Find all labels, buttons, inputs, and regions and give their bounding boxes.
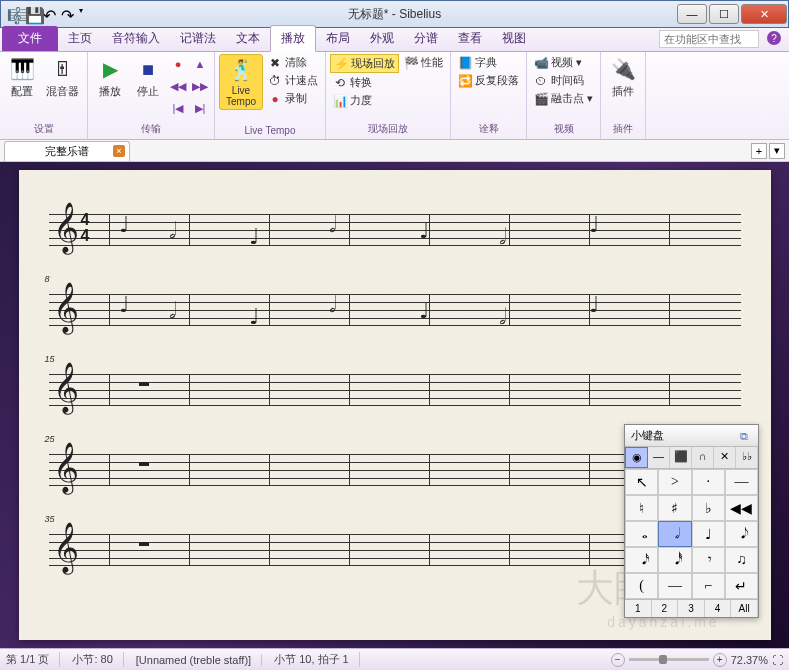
tab-parts[interactable]: 分谱 (404, 26, 448, 51)
keypad-voice[interactable]: 2 (652, 600, 679, 617)
plugins-button[interactable]: 🔌插件 (605, 54, 641, 101)
clear-button[interactable]: ✖清除 (265, 54, 321, 71)
tab-notation[interactable]: 记谱法 (170, 26, 226, 51)
doc-tab[interactable]: 完整乐谱 × (4, 141, 130, 161)
note[interactable]: ♩ (119, 212, 129, 238)
tab-close-icon[interactable]: × (113, 145, 125, 157)
keypad-key[interactable]: ⌐ (692, 573, 725, 599)
note[interactable]: ♩ (589, 212, 599, 238)
note[interactable]: ♩ (419, 218, 429, 244)
keypad-voice[interactable]: 4 (705, 600, 732, 617)
keypad-voice[interactable]: 3 (678, 600, 705, 617)
keypad-tab[interactable]: ⬛ (670, 447, 692, 468)
convert-button[interactable]: ⟲转换 (330, 74, 399, 91)
keypad-key[interactable]: 𝅘𝅥𝅯 (625, 547, 658, 573)
keypad-key[interactable]: ♯ (658, 495, 691, 521)
keypad-voice[interactable]: 1 (625, 600, 652, 617)
keypad-key[interactable]: — (658, 573, 691, 599)
staff[interactable]: 8𝄞♩𝅗𝅥♩𝅗𝅥♩𝅗𝅥♩ (49, 290, 741, 330)
tab-noteinput[interactable]: 音符输入 (102, 26, 170, 51)
zoom-slider[interactable] (629, 658, 709, 661)
note[interactable]: ♩ (249, 304, 259, 330)
hitpoint-button[interactable]: 🎬融击点 ▾ (531, 90, 596, 107)
zoom-in-button[interactable]: + (713, 653, 727, 667)
note[interactable]: ♩ (419, 298, 429, 324)
tab-appearance[interactable]: 外观 (360, 26, 404, 51)
staff[interactable]: 15𝄞 (49, 370, 741, 410)
keypad-key[interactable]: 𝅘𝅥𝅮 (725, 521, 758, 547)
keypad-key[interactable]: ♫ (725, 547, 758, 573)
transport-grid: ● ▲ ◀◀ ▶▶ |◀ ▶| (168, 54, 210, 118)
keypad-key[interactable]: · (692, 469, 725, 495)
tab-review[interactable]: 查看 (448, 26, 492, 51)
tab-view[interactable]: 视图 (492, 26, 536, 51)
skip-back-icon[interactable]: |◀ (168, 98, 188, 118)
treble-clef-icon: 𝄞 (53, 282, 79, 333)
metronome-icon[interactable]: ▲ (190, 54, 210, 74)
keypad-tab[interactable]: ✕ (714, 447, 736, 468)
keypad-key[interactable]: ◀◀ (725, 495, 758, 521)
liveplay-toggle[interactable]: ⚡现场回放 (330, 54, 399, 73)
staff[interactable]: 𝄞44♩𝅗𝅥♩𝅗𝅥♩𝅗𝅥♩ (49, 210, 741, 250)
undo-icon[interactable]: ↶ (43, 6, 59, 22)
keypad-tab[interactable]: ◉ (625, 447, 648, 468)
keypad-key[interactable]: ♭ (692, 495, 725, 521)
stop-button[interactable]: ■停止 (130, 54, 166, 101)
redo-icon[interactable]: ↷ (61, 6, 77, 22)
keypad-key[interactable]: 𝅘𝅥𝅰 (658, 547, 691, 573)
skip-fwd-icon[interactable]: ▶| (190, 98, 210, 118)
tab-home[interactable]: 主页 (58, 26, 102, 51)
keypad-key[interactable]: — (725, 469, 758, 495)
config-icon: 🎹 (9, 56, 35, 82)
keypad-key[interactable]: ↖ (625, 469, 658, 495)
keypad-key[interactable]: ♮ (625, 495, 658, 521)
keypad-tab[interactable]: ∩ (692, 447, 714, 468)
keypad-tab[interactable]: — (648, 447, 670, 468)
qat-dropdown-icon[interactable]: ▾ (79, 6, 95, 22)
dictionary-button[interactable]: 📘字典 (455, 54, 522, 71)
note[interactable]: ♩ (119, 292, 129, 318)
note[interactable]: ♩ (249, 224, 259, 250)
keypad-key[interactable]: ↵ (725, 573, 758, 599)
keypad-key[interactable]: > (658, 469, 691, 495)
timecode-button[interactable]: ⏲时间码 (531, 72, 596, 89)
keypad-tab[interactable]: ♭♭ (736, 447, 758, 468)
tab-play[interactable]: 播放 (270, 25, 316, 52)
help-icon[interactable]: ? (767, 31, 781, 45)
performance-button[interactable]: 🏁性能 (401, 54, 446, 71)
close-button[interactable]: ✕ (741, 4, 787, 24)
keypad-key[interactable]: 𝅗𝅥 (658, 521, 691, 547)
keypad-title[interactable]: 小键盘 ⧉ (625, 425, 758, 447)
record-button[interactable]: ●录制 (265, 90, 321, 107)
keypad-key[interactable]: ( (625, 573, 658, 599)
velocity-button[interactable]: 📊力度 (330, 92, 399, 109)
video-button[interactable]: 📹视频 ▾ (531, 54, 596, 71)
tab-layout[interactable]: 布局 (316, 26, 360, 51)
keypad-key[interactable]: ♩ (692, 521, 725, 547)
keypad-pin-icon[interactable]: ⧉ (740, 430, 752, 442)
mixer-button[interactable]: 🎚混音器 (42, 54, 83, 101)
tab-file[interactable]: 文件 (2, 26, 58, 51)
ribbon-search-input[interactable] (659, 30, 759, 48)
keypad-voice[interactable]: All (731, 600, 758, 617)
note[interactable]: ♩ (589, 292, 599, 318)
keypad-key[interactable]: 𝄾 (692, 547, 725, 573)
maximize-button[interactable]: ☐ (709, 4, 739, 24)
record-icon[interactable]: ● (168, 54, 188, 74)
minimize-button[interactable]: — (677, 4, 707, 24)
tap-button[interactable]: ⏱计速点 (265, 72, 321, 89)
tab-text[interactable]: 文本 (226, 26, 270, 51)
config-button[interactable]: 🎹配置 (4, 54, 40, 101)
add-tab-button[interactable]: + (751, 143, 767, 159)
zoom-out-button[interactable]: − (611, 653, 625, 667)
zoom-fit-icon[interactable]: ⛶ (772, 654, 783, 666)
keypad-key[interactable]: 𝅝 (625, 521, 658, 547)
live-tempo-button[interactable]: 🕺Live Tempo (219, 54, 263, 110)
tab-options-button[interactable]: ▾ (769, 143, 785, 159)
forward-icon[interactable]: ▶▶ (190, 76, 210, 96)
rewind-icon[interactable]: ◀◀ (168, 76, 188, 96)
play-button[interactable]: ▶播放 (92, 54, 128, 101)
save-icon[interactable]: 💾 (25, 6, 41, 22)
workspace: 𝄞44♩𝅗𝅥♩𝅗𝅥♩𝅗𝅥♩8𝄞♩𝅗𝅥♩𝅗𝅥♩𝅗𝅥♩15𝄞25𝄞35𝄞 大眼仔~旭… (0, 162, 789, 648)
repeat-button[interactable]: 🔁反复段落 (455, 72, 522, 89)
